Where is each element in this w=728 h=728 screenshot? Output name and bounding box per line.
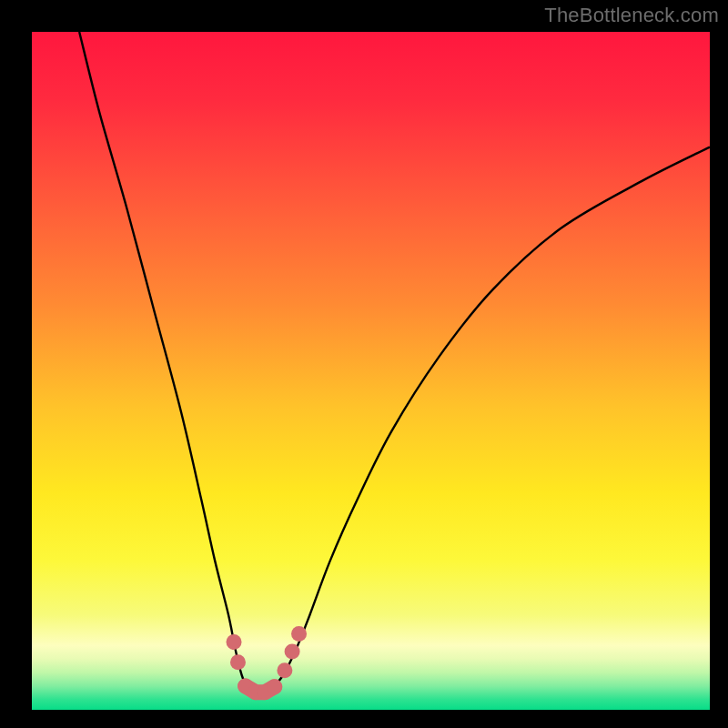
- plot-area: [32, 32, 710, 710]
- chart-frame: TheBottleneck.com: [0, 0, 728, 728]
- valley-marker: [227, 634, 242, 650]
- valley-marker: [277, 662, 292, 678]
- valley-marker: [267, 679, 282, 694]
- bottleneck-chart: [32, 32, 710, 710]
- valley-marker: [230, 654, 246, 670]
- valley-marker: [291, 626, 307, 642]
- valley-marker: [285, 643, 300, 659]
- attribution-label: TheBottleneck.com: [544, 4, 719, 27]
- gradient-background: [32, 32, 710, 710]
